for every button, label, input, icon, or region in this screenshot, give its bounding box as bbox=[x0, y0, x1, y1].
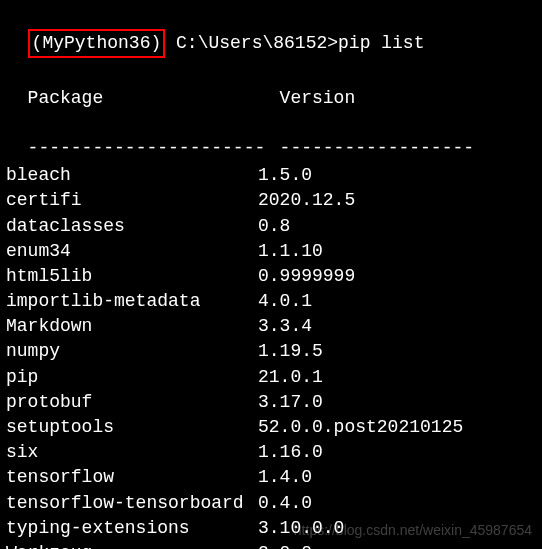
package-version: 21.0.1 bbox=[258, 365, 323, 390]
table-headers: PackageVersion bbox=[6, 60, 536, 110]
package-name: importlib-metadata bbox=[6, 289, 258, 314]
table-row: certifi2020.12.5 bbox=[6, 188, 536, 213]
terminal-prompt-line: (MyPython36) C:\Users\86152>pip list bbox=[6, 4, 536, 58]
package-name: tensorflow-tensorboard bbox=[6, 491, 258, 516]
table-row: typing-extensions3.10.0.0 bbox=[6, 516, 536, 541]
table-row: dataclasses0.8 bbox=[6, 214, 536, 239]
sep-col2: ------------------ bbox=[280, 136, 474, 161]
table-row: Markdown3.3.4 bbox=[6, 314, 536, 339]
package-version: 0.8 bbox=[258, 214, 290, 239]
package-name: tensorflow bbox=[6, 465, 258, 490]
table-row: bleach1.5.0 bbox=[6, 163, 536, 188]
sep-col1: ---------------------- bbox=[28, 136, 280, 161]
package-version: 1.4.0 bbox=[258, 465, 312, 490]
package-version: 1.5.0 bbox=[258, 163, 312, 188]
package-name: certifi bbox=[6, 188, 258, 213]
table-row: numpy1.19.5 bbox=[6, 339, 536, 364]
package-name: protobuf bbox=[6, 390, 258, 415]
table-row: setuptools52.0.0.post20210125 bbox=[6, 415, 536, 440]
virtualenv-name: (MyPython36) bbox=[28, 29, 166, 58]
package-name: pip bbox=[6, 365, 258, 390]
package-version: 2.0.0 bbox=[258, 541, 312, 549]
table-row: pip21.0.1 bbox=[6, 365, 536, 390]
package-version: 1.19.5 bbox=[258, 339, 323, 364]
table-row: six1.16.0 bbox=[6, 440, 536, 465]
table-row: html5lib0.9999999 bbox=[6, 264, 536, 289]
package-name: enum34 bbox=[6, 239, 258, 264]
package-name: html5lib bbox=[6, 264, 258, 289]
package-version: 0.9999999 bbox=[258, 264, 355, 289]
package-name: numpy bbox=[6, 339, 258, 364]
package-name: dataclasses bbox=[6, 214, 258, 239]
package-name: bleach bbox=[6, 163, 258, 188]
package-version: 4.0.1 bbox=[258, 289, 312, 314]
package-version: 0.4.0 bbox=[258, 491, 312, 516]
package-name: setuptools bbox=[6, 415, 258, 440]
table-row: tensorflow1.4.0 bbox=[6, 465, 536, 490]
package-list: bleach1.5.0certifi2020.12.5dataclasses0.… bbox=[6, 163, 536, 549]
table-row: tensorflow-tensorboard0.4.0 bbox=[6, 491, 536, 516]
header-package: Package bbox=[28, 86, 280, 111]
table-row: enum341.1.10 bbox=[6, 239, 536, 264]
package-version: 2020.12.5 bbox=[258, 188, 355, 213]
package-name: six bbox=[6, 440, 258, 465]
package-version: 1.1.10 bbox=[258, 239, 323, 264]
package-name: Werkzeug bbox=[6, 541, 258, 549]
package-name: typing-extensions bbox=[6, 516, 258, 541]
table-row: protobuf3.17.0 bbox=[6, 390, 536, 415]
package-version: 1.16.0 bbox=[258, 440, 323, 465]
command-text[interactable]: pip list bbox=[338, 33, 424, 53]
package-version: 52.0.0.post20210125 bbox=[258, 415, 463, 440]
header-version: Version bbox=[280, 86, 356, 111]
header-separator: ---------------------------------------- bbox=[6, 111, 536, 161]
table-row: Werkzeug2.0.0 bbox=[6, 541, 536, 549]
table-row: importlib-metadata4.0.1 bbox=[6, 289, 536, 314]
prompt-path: C:\Users\86152> bbox=[165, 33, 338, 53]
package-name: Markdown bbox=[6, 314, 258, 339]
package-version: 3.17.0 bbox=[258, 390, 323, 415]
package-version: 3.10.0.0 bbox=[258, 516, 344, 541]
package-version: 3.3.4 bbox=[258, 314, 312, 339]
